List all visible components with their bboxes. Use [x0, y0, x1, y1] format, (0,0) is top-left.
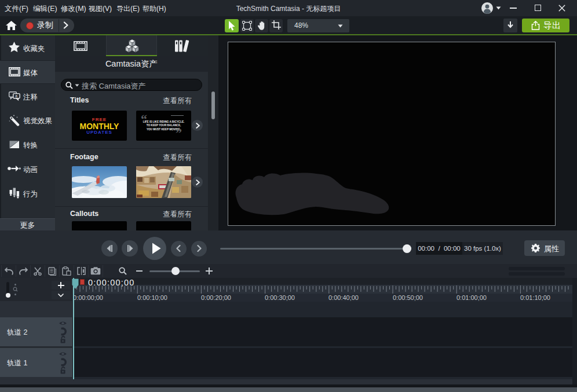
svg-text:a: a — [15, 94, 17, 98]
